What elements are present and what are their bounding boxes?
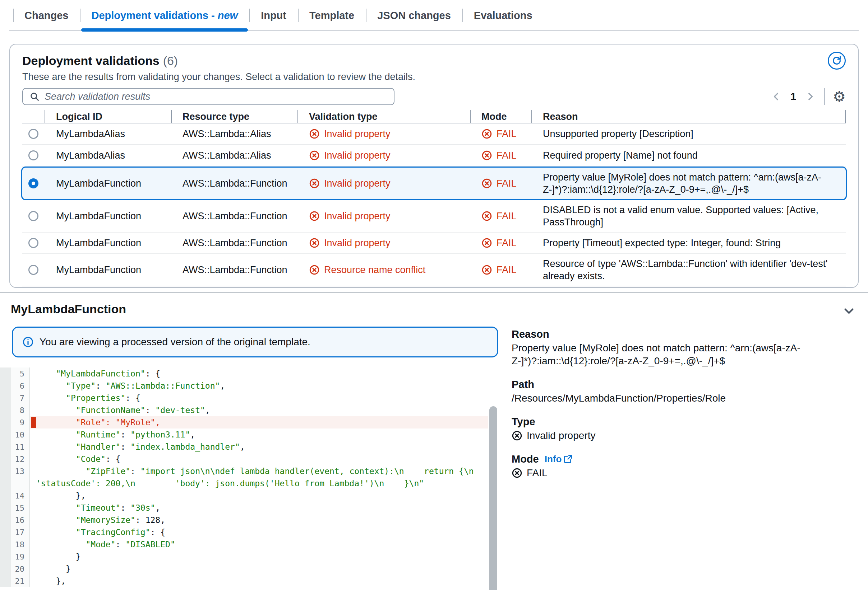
validation-details-panel: MyLambdaFunction You are viewing a proce… <box>0 293 868 590</box>
table-toolbar: 1 ⚙ <box>22 88 846 106</box>
table-row[interactable]: MyLambdaFunctionAWS::Lambda::FunctionInv… <box>22 232 846 254</box>
cell-resource-type: AWS::Lambda::Function <box>171 238 297 249</box>
path-label: Path <box>512 378 857 391</box>
panel-header: Deployment validations(6) <box>22 54 846 68</box>
code-line-content: 'statusCode': 200,\n 'body': json.dumps(… <box>30 477 488 490</box>
table-row[interactable]: MyLambdaFunctionAWS::Lambda::FunctionRes… <box>22 254 846 286</box>
cell-mode: FAIL <box>470 150 531 161</box>
search-box <box>22 88 394 105</box>
row-radio[interactable] <box>28 150 38 160</box>
code-line-content: "Handler": "index.lambda_handler", <box>30 441 488 453</box>
validation-properties: Reason Property value [MyRole] does not … <box>512 327 857 490</box>
tab-input[interactable]: Input <box>249 0 298 31</box>
type-badge-text: Invalid property <box>527 429 595 442</box>
cell-logical-id: MyLambdaAlias <box>44 128 171 140</box>
tab-bar: ChangesDeployment validations -newInputT… <box>0 0 868 31</box>
code-editor[interactable]: 5 "MyLambdaFunction": {6 "Type": "AWS::L… <box>0 368 488 590</box>
row-radio[interactable] <box>28 211 38 221</box>
column-header-reason: Reason <box>531 110 845 123</box>
code-editor-scrollbar[interactable] <box>489 406 497 590</box>
reason-group: Reason Property value [MyRole] does not … <box>512 327 857 368</box>
pagination-next-button[interactable] <box>804 90 816 103</box>
code-line-content: }, <box>30 575 488 587</box>
line-number: 16 <box>0 514 30 526</box>
cell-reason: Property value [MyRole] does not match p… <box>531 168 846 199</box>
mode-text: FAIL <box>496 178 517 189</box>
pagination-page-number[interactable]: 1 <box>790 91 796 103</box>
table-row[interactable]: MyLambdaAliasAWS::Lambda::AliasInvalid p… <box>22 145 846 166</box>
mode-text: FAIL <box>496 211 517 222</box>
row-radio[interactable] <box>28 265 38 275</box>
line-number: 12 <box>0 453 30 465</box>
table-row[interactable]: MyLambdaFunctionAWS::Lambda::FunctionInv… <box>22 200 846 232</box>
tab-json-changes[interactable]: JSON changes <box>366 0 462 31</box>
type-badge: Invalid property <box>512 429 857 442</box>
tab-label: Evaluations <box>474 10 533 22</box>
code-line-content: "TracingConfig": { <box>30 526 488 539</box>
cell-mode: FAIL <box>470 211 531 222</box>
code-line: 5 "MyLambdaFunction": { <box>0 368 488 380</box>
tab-label: Template <box>309 10 354 22</box>
pagination: 1 ⚙ <box>770 88 846 105</box>
mode-badge: FAIL <box>512 466 857 480</box>
tab-changes[interactable]: Changes <box>13 0 80 31</box>
column-header-logical-id: Logical ID <box>44 110 171 123</box>
mode-text: FAIL <box>496 265 517 276</box>
refresh-button[interactable] <box>828 51 846 70</box>
error-icon <box>481 238 492 248</box>
line-number: 14 <box>0 490 30 502</box>
line-number: 10 <box>0 428 30 441</box>
line-number: 13 <box>0 465 30 477</box>
table-header-row: Logical ID Resource type Validation type… <box>22 110 846 124</box>
error-icon <box>309 150 320 161</box>
code-line: 12 "Code": { <box>0 453 488 465</box>
code-line-content: "Runtime": "python3.11", <box>30 428 488 441</box>
table-row[interactable]: MyLambdaFunctionAWS::Lambda::FunctionInv… <box>21 166 847 200</box>
line-number: 11 <box>0 441 30 453</box>
tab-template[interactable]: Template <box>298 0 366 31</box>
tab-label: Deployment validations - <box>91 10 214 22</box>
code-line: 9 "Role": "MyRole", <box>0 416 488 428</box>
line-number: 18 <box>0 539 30 550</box>
validation-type-text: Invalid property <box>324 128 391 140</box>
row-radio[interactable] <box>28 238 38 248</box>
cell-validation-type: Invalid property <box>297 178 470 189</box>
type-label: Type <box>512 415 857 428</box>
cell-validation-type: Invalid property <box>297 128 470 140</box>
code-line: 8 "FunctionName": "dev-test", <box>0 404 488 416</box>
code-line-content: "Code": { <box>30 453 488 465</box>
tab-evaluations[interactable]: Evaluations <box>462 0 544 31</box>
code-line: 10 "Runtime": "python3.11", <box>0 428 488 441</box>
column-header-select <box>22 110 44 123</box>
code-line: 6 "Type": "AWS::Lambda::Function", <box>0 380 488 392</box>
path-value: /Resources/MyLambdaFunction/Properties/R… <box>512 392 857 405</box>
tab-label: JSON changes <box>377 10 451 22</box>
code-line-content: "MemorySize": 128, <box>30 514 488 526</box>
row-radio[interactable] <box>28 129 38 139</box>
mode-info-link[interactable]: Info <box>545 452 573 466</box>
row-radio[interactable] <box>28 178 38 188</box>
cell-resource-type: AWS::Lambda::Function <box>171 178 297 189</box>
external-link-icon <box>564 455 572 463</box>
table-body: MyLambdaAliasAWS::Lambda::AliasInvalid p… <box>22 124 846 286</box>
mode-text: FAIL <box>496 128 517 140</box>
code-line: 20 } <box>0 563 488 575</box>
row-radio-cell <box>22 129 44 139</box>
validation-type-text: Invalid property <box>324 238 391 249</box>
cell-resource-type: AWS::Lambda::Alias <box>171 128 297 140</box>
panel-count: (6) <box>163 54 178 68</box>
line-number: 5 <box>0 368 30 380</box>
code-line-content: } <box>30 550 488 563</box>
settings-button[interactable]: ⚙ <box>833 89 846 104</box>
collapse-details-button[interactable] <box>842 304 856 318</box>
column-header-resource-type: Resource type <box>171 110 297 123</box>
error-icon <box>481 150 492 161</box>
cell-reason: Required property [Name] not found <box>531 146 846 165</box>
pagination-prev-button[interactable] <box>770 90 782 103</box>
search-input[interactable] <box>44 91 387 102</box>
column-header-mode: Mode <box>470 110 531 123</box>
mode-label: Mode Info <box>512 452 857 466</box>
error-icon <box>309 128 320 139</box>
tab-deployment-validations[interactable]: Deployment validations -new <box>80 0 249 31</box>
table-row[interactable]: MyLambdaAliasAWS::Lambda::AliasInvalid p… <box>22 124 846 145</box>
